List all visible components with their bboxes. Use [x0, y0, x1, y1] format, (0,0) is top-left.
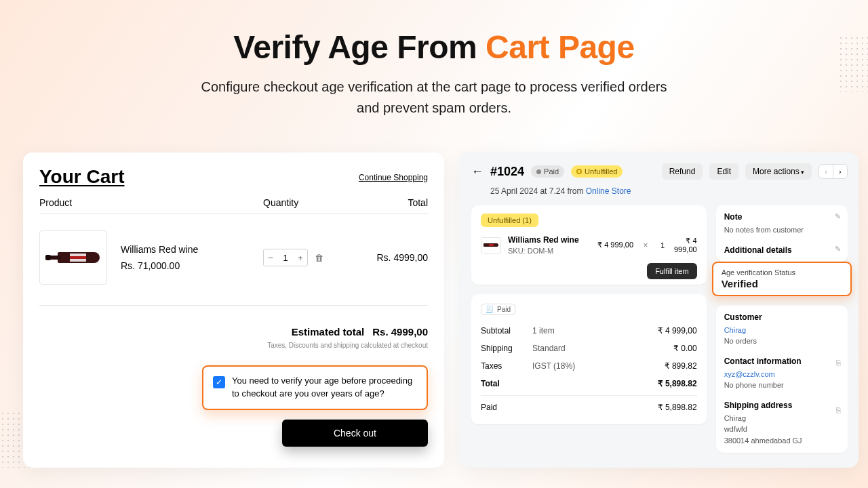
line-sku: SKU: DOM-M — [508, 247, 589, 255]
tax-note: Taxes, Discounts and shipping calculated… — [39, 342, 428, 349]
order-id: #1024 — [490, 165, 524, 179]
age-verification-status-panel: Age verification Status Verified — [712, 262, 852, 296]
prev-order-button[interactable]: ‹ — [819, 165, 833, 178]
cart-title: Your Cart — [39, 166, 125, 187]
multiply-icon: × — [640, 241, 651, 250]
note-heading: Note — [724, 212, 840, 222]
next-order-button[interactable]: › — [833, 165, 847, 178]
more-actions-dropdown[interactable]: More actions — [745, 163, 812, 180]
paid-chip: 🧾Paid — [481, 304, 515, 315]
customer-panel: Customer ChiragNo orders Contact informa… — [716, 306, 848, 453]
customer-heading: Customer — [724, 312, 840, 322]
additional-details-heading: Additional details — [724, 245, 840, 255]
unfulfilled-count-badge: Unfulfilled (1) — [481, 214, 538, 227]
subtotal-label: Subtotal — [481, 326, 532, 336]
back-arrow-icon[interactable]: ← — [471, 165, 484, 179]
product-thumbnail[interactable] — [39, 230, 107, 285]
shipping-label: Shipping — [481, 344, 532, 353]
cart-line-item: Williams Red wine Rs. 71,000.00 − 1 + 🗑 … — [39, 230, 428, 285]
product-price: Rs. 71,000.00 — [121, 260, 263, 271]
remove-item-icon[interactable]: 🗑 — [315, 253, 323, 263]
age-verify-text: You need to verify your age before proce… — [232, 375, 417, 401]
total-label: Total — [481, 379, 532, 388]
product-name: Williams Red wine — [121, 244, 263, 255]
note-body: No notes from customer — [724, 224, 840, 236]
edit-button[interactable]: Edit — [709, 163, 738, 180]
continue-shopping-link[interactable]: Continue Shopping — [359, 173, 428, 182]
order-date: 25 April 2024 at 7.24 from Online Store — [490, 186, 848, 196]
checkout-button[interactable]: Check out — [282, 420, 428, 447]
edit-icon[interactable]: ✎ — [835, 212, 841, 221]
shipping-address: Chirag wdfwfd 380014 ahmedabad GJ — [724, 413, 840, 447]
col-product: Product — [39, 197, 263, 208]
cart-card: Your Cart Continue Shopping Product Quan… — [23, 152, 444, 468]
order-line-item: Williams Red wine SKU: DOM-M ₹ 4 999,00 … — [481, 235, 697, 255]
line-product-name: Williams Red wine — [508, 235, 589, 245]
contact-heading: Contact information — [724, 357, 840, 366]
refund-button[interactable]: Refund — [662, 163, 703, 180]
age-verification-callout: ✓ You need to verify your age before pro… — [202, 365, 428, 410]
page-subtitle: Configure checkout age verification at t… — [0, 77, 868, 119]
estimated-total: Estimated totalRs. 4999,00 — [39, 326, 428, 338]
line-total: Rs. 4999,00 — [377, 252, 429, 263]
order-pager: ‹ › — [818, 164, 847, 179]
paid-badge: Paid — [531, 165, 564, 178]
edit-icon[interactable]: ✎ — [835, 245, 841, 253]
fulfillment-panel: Unfulfilled (1) Williams Red wine SKU: D… — [471, 205, 707, 285]
shipping-heading: Shipping address — [724, 401, 840, 410]
line-unit-price: ₹ 4 999,00 — [596, 241, 633, 249]
decoration-dots — [838, 35, 868, 92]
avs-value: Verified — [722, 278, 842, 289]
quantity-stepper[interactable]: − 1 + — [263, 249, 308, 266]
avs-label: Age verification Status — [722, 268, 842, 277]
order-card: ← #1024 Paid Unfulfilled Refund Edit Mor… — [459, 152, 859, 468]
customer-link[interactable]: Chirag — [724, 326, 746, 334]
qty-increase-button[interactable]: + — [294, 253, 307, 263]
qty-value: 1 — [277, 253, 294, 263]
divider — [39, 214, 428, 214]
page-title: Verify Age From Cart Page — [0, 28, 868, 66]
col-total: Total — [351, 197, 428, 208]
taxes-label: Taxes — [481, 361, 532, 371]
note-panel: ✎ Note No notes from customer Additional… — [716, 205, 848, 262]
line-qty: 1 — [658, 241, 667, 249]
paid-label: Paid — [481, 403, 532, 412]
customer-email-link[interactable]: xyz@czzlv.com — [724, 370, 775, 378]
copy-icon[interactable]: ⎘ — [836, 359, 841, 367]
qty-decrease-button[interactable]: − — [264, 253, 277, 263]
product-thumbnail-small[interactable] — [481, 237, 501, 253]
copy-icon[interactable]: ⎘ — [836, 406, 841, 414]
line-total: ₹ 4 999,00 — [674, 237, 697, 253]
sales-channel-link[interactable]: Online Store — [586, 186, 631, 196]
fulfill-item-button[interactable]: Fulfill item — [647, 263, 697, 279]
receipt-icon: 🧾 — [486, 306, 494, 313]
cart-columns: Product Quantity Total — [39, 197, 428, 208]
unfulfilled-badge: Unfulfilled — [571, 165, 623, 178]
payment-panel: 🧾Paid Subtotal1 item₹ 4 999,00 ShippingS… — [471, 294, 707, 424]
col-quantity: Quantity — [263, 197, 351, 208]
age-verify-checkbox[interactable]: ✓ — [213, 376, 225, 388]
divider — [39, 305, 428, 306]
